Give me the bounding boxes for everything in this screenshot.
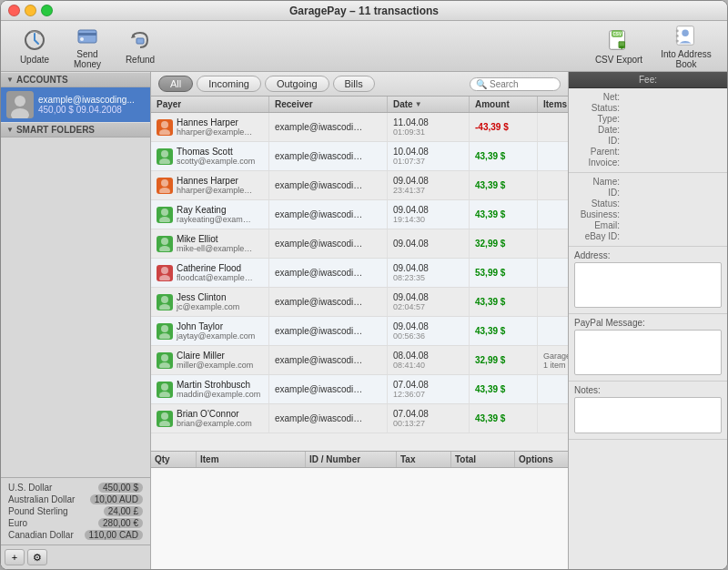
search-box[interactable]: 🔍 — [470, 77, 561, 91]
sidebar: ▼ ACCOUNTS example@iwascoding... 450,00 … — [1, 72, 151, 569]
receiver-cell: example@iwascodi… — [269, 229, 388, 258]
main-area: ▼ ACCOUNTS example@iwascoding... 450,00 … — [1, 72, 727, 569]
currency-value: 280,00 € — [98, 518, 143, 528]
filter-tab-bills[interactable]: Bills — [333, 76, 375, 92]
svg-point-20 — [159, 129, 170, 135]
parent-value — [620, 147, 722, 157]
address-book-button[interactable]: Into Address Book — [654, 25, 718, 67]
time-value: 23:41:37 — [393, 186, 463, 195]
payer-name: Martin Strohbusch — [177, 380, 260, 390]
payer-icon — [157, 294, 173, 310]
table-row[interactable]: Hannes Harper hharper@example… example@i… — [151, 171, 568, 200]
type-value — [620, 114, 722, 124]
name-value — [620, 177, 722, 187]
close-button[interactable] — [8, 5, 20, 16]
time-value: 08:23:35 — [393, 273, 463, 282]
payer-name: Brian O'Connor — [177, 409, 252, 419]
payer-cell: Jess Clinton jc@example.com — [151, 288, 269, 316]
notes-textarea[interactable] — [574, 397, 722, 433]
status2-row: Status: — [574, 198, 722, 209]
table-row[interactable]: Martin Strohbusch maddin@example.com exa… — [151, 375, 568, 404]
minimize-button[interactable] — [25, 5, 36, 16]
add-button[interactable]: + — [5, 549, 25, 565]
search-icon: 🔍 — [476, 79, 487, 89]
items-cell — [538, 375, 568, 403]
table-row[interactable]: Mike Elliot mike-ell@example… example@iw… — [151, 229, 568, 259]
items-cell — [538, 113, 568, 141]
refund-button[interactable]: Refund — [116, 25, 165, 67]
csv-export-icon: CSV — [606, 27, 632, 53]
table-row[interactable]: Catherine Flood floodcat@example… exampl… — [151, 259, 568, 288]
payer-name: Catherine Flood — [177, 263, 253, 273]
send-money-button[interactable]: Send Money — [63, 25, 112, 67]
name-label: Name: — [574, 177, 620, 187]
currency-name: Euro — [8, 518, 27, 528]
svg-point-15 — [682, 29, 688, 36]
filter-tab-outgoing[interactable]: Outgoing — [265, 76, 329, 92]
content-area: AllIncomingOutgoingBills 🔍 Payer Receive… — [151, 72, 568, 569]
table-row[interactable]: Ray Keating raykeating@exam… example@iwa… — [151, 200, 568, 229]
currency-row: Euro280,00 € — [1, 517, 150, 529]
currency-value: 10,00 AUD — [90, 494, 143, 504]
payer-name: Jess Clinton — [177, 292, 239, 302]
svg-point-27 — [161, 238, 168, 245]
table-row[interactable]: John Taylor jaytay@example.com example@i… — [151, 317, 568, 346]
transactions-table: Payer Receiver Date ▼ Amount Items — [151, 97, 568, 451]
address-textarea[interactable] — [574, 262, 722, 308]
update-button[interactable]: Update — [10, 25, 59, 67]
table-row[interactable]: Thomas Scott scotty@example.com example@… — [151, 142, 568, 171]
svg-rect-6 — [136, 38, 144, 44]
payer-name: Hannes Harper — [177, 176, 252, 186]
receiver-value: example@iwascodi… — [275, 326, 381, 336]
time-value: 02:04:57 — [393, 302, 463, 311]
svg-point-37 — [161, 383, 168, 391]
amount-value: 32,99 $ — [475, 355, 531, 365]
date-row: Date: — [574, 125, 722, 135]
address-section: Address: — [569, 247, 727, 314]
account-email: example@iwascoding... — [38, 95, 145, 105]
filter-tab-all[interactable]: All — [158, 76, 193, 92]
ebay-id-label: eBay ID: — [574, 231, 620, 241]
table-row[interactable]: Claire Miller miller@example.com example… — [151, 346, 568, 375]
payer-name: Claire Miller — [177, 351, 253, 361]
amount-value: 43,39 $ — [475, 413, 531, 423]
paypal-message-textarea[interactable] — [574, 330, 722, 375]
filter-tab-incoming[interactable]: Incoming — [197, 76, 261, 92]
update-icon — [22, 27, 47, 53]
items-th-id: ID / Number — [306, 452, 397, 467]
table-row[interactable]: Jess Clinton jc@example.com example@iwas… — [151, 288, 568, 317]
currency-value: 110,00 CAD — [85, 530, 143, 540]
date-value — [620, 125, 722, 135]
payer-email: raykeating@exam… — [177, 215, 251, 224]
csv-export-button[interactable]: CSV CSV Export — [587, 25, 651, 67]
amount-cell: 32,99 $ — [470, 346, 538, 374]
address-title: Address: — [574, 250, 722, 260]
svg-point-34 — [159, 333, 170, 339]
items-cell — [538, 404, 568, 433]
payer-cell: Ray Keating raykeating@exam… — [151, 200, 269, 229]
name-row: Name: — [574, 177, 722, 187]
items-th-total: Total — [451, 452, 515, 467]
filter-bar: AllIncomingOutgoingBills 🔍 — [151, 72, 568, 97]
th-date[interactable]: Date ▼ — [388, 97, 470, 112]
send-money-label: Send Money — [63, 49, 112, 69]
items-body — [151, 468, 568, 569]
currency-name: U.S. Dollar — [8, 483, 52, 493]
receiver-value: example@iwascodi… — [275, 209, 381, 219]
payer-cell: Martin Strohbusch maddin@example.com — [151, 375, 269, 403]
receiver-value: example@iwascodi… — [275, 180, 381, 190]
account-item[interactable]: example@iwascoding... 450,00 $ 09.04.200… — [1, 87, 150, 122]
receiver-cell: example@iwascodi… — [269, 346, 388, 374]
maximize-button[interactable] — [41, 5, 53, 16]
payer-icon — [157, 323, 173, 340]
search-input[interactable] — [490, 79, 562, 89]
svg-point-35 — [161, 354, 168, 361]
gear-button[interactable]: ⚙ — [27, 549, 47, 565]
date-value: 09.04.08 — [393, 321, 463, 331]
items-cell — [538, 171, 568, 199]
payer-name: John Taylor — [177, 321, 255, 331]
table-row[interactable]: Hannes Harper hharper@example… example@i… — [151, 113, 568, 142]
table-row[interactable]: Brian O'Connor brian@example.com example… — [151, 404, 568, 433]
amount-value: 43,39 $ — [475, 297, 531, 307]
payer-icon — [157, 119, 173, 136]
